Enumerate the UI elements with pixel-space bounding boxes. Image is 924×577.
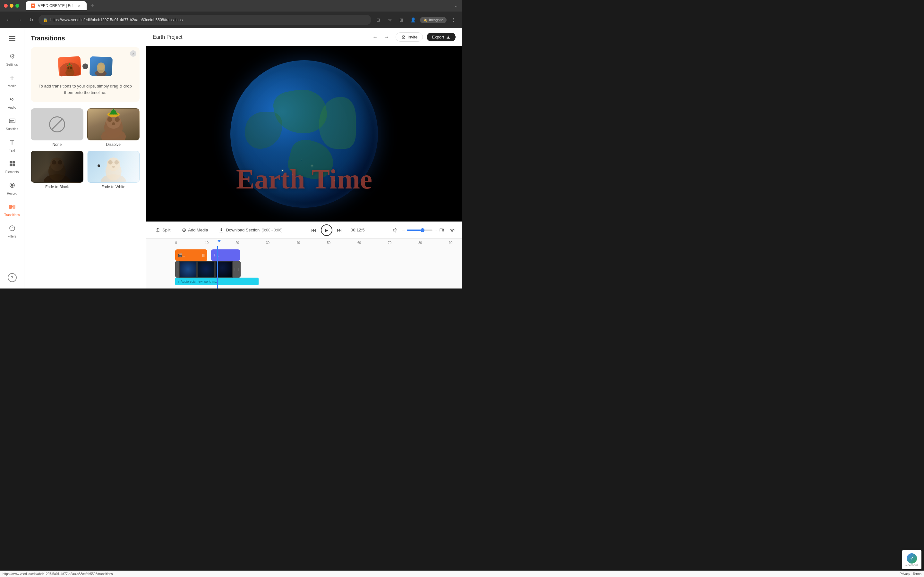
sidebar-item-elements[interactable]: Elements xyxy=(2,156,23,176)
redo-button[interactable]: → xyxy=(381,32,392,42)
zoom-fit-button[interactable]: Fit xyxy=(439,227,444,232)
header-nav: ← → xyxy=(370,32,392,42)
volume-icon xyxy=(393,227,398,233)
tab-close-button[interactable]: ✕ xyxy=(77,3,81,8)
waveform-icon xyxy=(450,227,455,233)
download-section-button[interactable]: Download Section (0:00 - 0:06) xyxy=(216,226,286,235)
sidebar-item-settings[interactable]: ⚙ Settings xyxy=(2,49,23,69)
download-range-label: (0:00 - 0:06) xyxy=(262,228,282,232)
new-tab-button[interactable]: + xyxy=(88,1,97,10)
transition-fade-black-label: Fade to Black xyxy=(45,185,69,189)
transition-fade-black[interactable]: Fade to Black xyxy=(31,151,83,189)
tab-grid-icon[interactable]: ⊞ xyxy=(397,15,406,24)
text-icon: T xyxy=(7,137,17,147)
ruler-mark-20: 20 xyxy=(236,241,239,245)
export-icon xyxy=(446,35,451,39)
undo-button[interactable]: ← xyxy=(370,32,380,42)
zoom-in-icon[interactable]: + xyxy=(435,227,437,233)
svg-point-24 xyxy=(107,117,112,122)
sidebar-item-subtitles[interactable]: Subtitles xyxy=(2,113,23,133)
bookmark-icon[interactable]: ☆ xyxy=(385,15,394,24)
transitions-panel: Transitions × xyxy=(24,28,146,288)
incognito-hat-icon: 🕵 xyxy=(423,18,428,22)
export-button[interactable]: Export xyxy=(427,33,456,41)
earth-scene: Earth Time xyxy=(146,46,462,221)
transition-fade-white[interactable]: Fade to White xyxy=(87,151,140,189)
add-media-button[interactable]: ⊕ Add Media xyxy=(178,225,212,235)
hint-clip-left xyxy=(58,56,81,77)
hamburger-line xyxy=(9,40,15,41)
export-label: Export xyxy=(432,35,444,39)
timeline-controls: Split ⊕ Add Media Download Section (0:00… xyxy=(146,221,462,238)
transition-none-thumb xyxy=(31,108,83,140)
sidebar-item-help[interactable]: ? xyxy=(2,271,23,285)
volume-control[interactable] xyxy=(393,227,398,233)
audio-track[interactable]: ♪ Audio epic-new-world-m... xyxy=(175,277,258,285)
video-track[interactable]: | | xyxy=(175,261,241,277)
zoom-out-icon[interactable]: − xyxy=(402,227,405,233)
back-button[interactable]: ← xyxy=(4,15,13,24)
minimize-window-button[interactable] xyxy=(10,4,13,8)
help-icon: ? xyxy=(8,273,17,282)
close-window-button[interactable] xyxy=(4,4,8,8)
transitions-grid: None xyxy=(31,108,140,189)
split-button[interactable]: Split xyxy=(152,226,174,235)
add-media-label: Add Media xyxy=(188,227,208,232)
window-controls xyxy=(4,4,19,8)
sidebar-item-record[interactable]: Record xyxy=(2,177,23,198)
track-mid-handle[interactable]: | xyxy=(233,261,237,277)
track-right-handle[interactable]: | xyxy=(237,261,241,277)
hamburger-line xyxy=(9,36,15,37)
clip-label-1: ... xyxy=(182,253,185,257)
browser-menu-icon[interactable]: ⋮ xyxy=(449,15,458,24)
sidebar-item-transitions[interactable]: Transitions xyxy=(2,199,23,219)
sidebar-item-audio[interactable]: Audio xyxy=(2,92,23,112)
toolbar-icons: ⊡ ☆ ⊞ 👤 🕵 Incognito ⋮ xyxy=(374,15,458,24)
app-container: ⚙ Settings + Media Audio xyxy=(0,28,462,288)
clip-text-1[interactable]: T ... xyxy=(211,250,240,261)
sidebar-label-subtitles: Subtitles xyxy=(6,127,18,131)
reload-button[interactable]: ↻ xyxy=(27,15,36,24)
sidebar-item-media[interactable]: + Media xyxy=(2,70,23,90)
sidebar-item-filters[interactable]: Filters xyxy=(2,221,23,241)
url-text: https://www.veed.io/edit/abcb1297-5a01-4… xyxy=(50,18,367,22)
waveform-button[interactable] xyxy=(448,226,457,235)
video-thumb-3 xyxy=(216,261,232,277)
clip-text-label: T ... xyxy=(214,253,219,257)
tabs-chevron-icon[interactable]: ⌄ xyxy=(454,3,458,8)
transition-none[interactable]: None xyxy=(31,108,83,147)
sidebar-item-text[interactable]: T Text xyxy=(2,135,23,155)
video-preview[interactable]: Earth Time xyxy=(146,46,462,221)
cast-icon[interactable]: ⊡ xyxy=(374,15,383,24)
track-row-video: | | xyxy=(175,263,462,276)
ruler-mark-30: 30 xyxy=(266,241,270,245)
hint-divider: I xyxy=(81,61,90,72)
ruler-mark-90: 90 xyxy=(449,241,452,245)
forward-button[interactable]: → xyxy=(15,15,24,24)
timeline: 0 10 20 30 40 50 60 70 80 90 100 110 xyxy=(146,238,462,288)
track-left-handle[interactable]: | xyxy=(175,261,179,277)
zoom-slider[interactable] xyxy=(407,229,433,231)
play-button[interactable]: ▶ xyxy=(321,224,333,236)
transition-dissolve[interactable]: Dissolve xyxy=(87,108,140,147)
zoom-slider-thumb[interactable] xyxy=(421,228,425,232)
svg-rect-6 xyxy=(10,164,12,166)
skip-forward-button[interactable]: ⏭ xyxy=(335,226,344,235)
active-tab[interactable]: V VEED CREATE | Edit ✕ xyxy=(26,1,87,10)
video-thumb-1 xyxy=(180,261,196,277)
address-bar[interactable]: 🔒 https://www.veed.io/edit/abcb1297-5a01… xyxy=(39,15,371,25)
download-section-label: Download Section xyxy=(226,227,260,232)
incognito-badge[interactable]: 🕵 Incognito xyxy=(420,17,447,23)
maximize-window-button[interactable] xyxy=(15,4,19,8)
invite-button[interactable]: Invite xyxy=(396,32,423,42)
clip-media-1[interactable]: 🎬 ... ||| xyxy=(175,250,207,261)
profile-icon[interactable]: 👤 xyxy=(409,15,417,24)
track-row-text: 🎬 ... ||| T ... xyxy=(175,249,462,261)
hamburger-menu-button[interactable] xyxy=(6,32,19,45)
svg-rect-0 xyxy=(10,98,11,100)
skip-back-button[interactable]: ⏮ xyxy=(309,226,318,235)
browser-tabs: V VEED CREATE | Edit ✕ + ⌄ xyxy=(26,1,458,10)
ruler-mark-50: 50 xyxy=(327,241,330,245)
clip-duration-icon: ||| xyxy=(202,253,205,257)
hint-close-button[interactable]: × xyxy=(130,50,136,57)
